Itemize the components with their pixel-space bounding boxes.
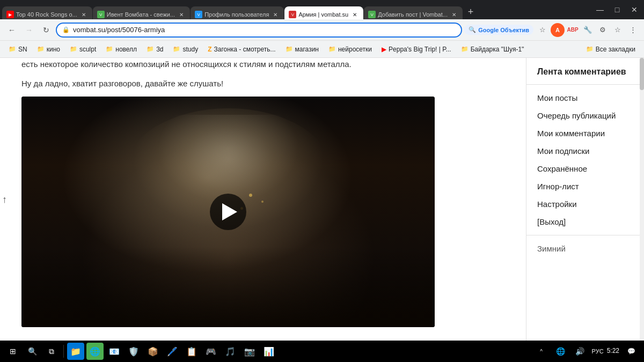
folder-icon-study: 📁 (173, 46, 180, 53)
tray-volume-icon[interactable]: 🔊 (572, 343, 589, 360)
address-input-wrap[interactable]: 🔒 (56, 23, 462, 38)
taskbar-app-explorer[interactable]: 📁 (67, 343, 84, 360)
sidebar-link-moi-posty[interactable]: Мои посты (526, 89, 644, 107)
sidebar-link-podpiski[interactable]: Мои подписки (526, 142, 644, 160)
extension-btn-3[interactable]: ☆ (611, 23, 625, 37)
bookmark-neuro[interactable]: 📁 нейросетки (324, 44, 376, 55)
notification-button[interactable]: 💬 (623, 343, 640, 360)
folder-icon: 📁 (9, 46, 16, 53)
tab-addpost[interactable]: V Добавить пост | Vombat... ✕ (364, 6, 463, 19)
bookmark-label-baidarka: Байдарка "Шуя-1" (471, 46, 524, 53)
forward-button[interactable]: → (21, 23, 36, 38)
google-lens-button[interactable]: 🔍 Google Объектив (464, 25, 533, 35)
bottom-shadow (21, 247, 435, 328)
taskbar-app-browser[interactable]: 🌐 (86, 343, 104, 360)
tab-close-4[interactable]: ✕ (350, 10, 359, 19)
close-button[interactable]: ✕ (627, 2, 642, 17)
taskbar-app-defender[interactable]: 🛡️ (125, 343, 142, 360)
task-view-button[interactable]: ⧉ (43, 343, 60, 360)
chrome-menu-button[interactable]: ⋮ (626, 23, 640, 37)
sidebar-link-nastroyki[interactable]: Настройки (526, 195, 644, 213)
tab-close-5[interactable]: ✕ (450, 10, 458, 19)
bookmark-all[interactable]: 📁 Все закладки (582, 44, 640, 55)
tab-armiya[interactable]: V Армия | vombat.su ✕ (284, 6, 363, 19)
tab-profile[interactable]: V Профиль пользователя ✕ (191, 6, 284, 19)
bookmark-3d[interactable]: 📁 3d (142, 44, 167, 55)
taskbar: ⊞ 🔍 ⧉ 📁 🌐 📧 🛡️ 📦 🖊️ 📋 🎮 🎵 📷 📊 ⚙ ^ 🌐 🔊 РУ… (0, 341, 644, 362)
play-button[interactable] (210, 194, 246, 230)
article-text-2: Ну да ладно, хватит разговоров, давайте … (21, 79, 223, 88)
bookmark-label-study: study (182, 46, 198, 53)
bookmark-baidarka[interactable]: 📁 Байдарка "Шуя-1" (457, 44, 529, 55)
scroll-up-button[interactable]: ↑ (2, 194, 7, 205)
tab-close-3[interactable]: ✕ (271, 10, 280, 19)
article-body: есть некоторое количество композиций не … (21, 58, 515, 90)
address-bar-actions: ☆ А АBP 🔧 ⚙ ☆ ⋮ (536, 23, 640, 37)
taskbar-app-music[interactable]: 🎵 (222, 343, 239, 360)
bookmark-kino[interactable]: 📁 кино (33, 44, 64, 55)
sidebar-link-ochered[interactable]: Очередь публикаций (526, 107, 644, 124)
taskbar-app-store[interactable]: 📦 (144, 343, 162, 360)
reload-button[interactable]: ↻ (39, 23, 54, 38)
taskbar-app-notes[interactable]: 📋 (183, 343, 200, 360)
tab-favicon-4: V (289, 11, 296, 18)
sidebar-link-logout[interactable]: [Выход] (526, 213, 644, 231)
taskbar-app-game[interactable]: 🎮 (202, 343, 219, 360)
google-lens-icon: 🔍 (469, 26, 476, 33)
taskbar-time[interactable]: 5:22 (607, 347, 619, 356)
sidebar-scrollbar-track[interactable] (640, 58, 644, 341)
extension-btn-1[interactable]: 🔧 (581, 23, 595, 37)
window-controls: — □ ✕ (592, 2, 642, 17)
bookmark-sculpt[interactable]: 📁 sculpt (65, 44, 100, 55)
search-button[interactable]: 🔍 (24, 343, 41, 360)
taskbar-app-mail[interactable]: 📧 (106, 343, 123, 360)
tab-close-2[interactable]: ✕ (177, 10, 186, 19)
article-paragraph-1: есть некоторое количество композиций не … (21, 58, 515, 71)
folder-icon-all: 📁 (586, 46, 594, 53)
system-tray: ^ 🌐 🔊 (533, 343, 589, 360)
address-input[interactable] (73, 26, 456, 34)
sidebar-link-sohranennoe[interactable]: Сохранённое (526, 160, 644, 178)
page-content: ↑ есть некоторое количество композиций н… (0, 58, 644, 341)
tray-network-icon[interactable]: 🌐 (552, 343, 569, 360)
bookmark-sn[interactable]: 📁 SN (4, 44, 32, 55)
extension-btn-2[interactable]: ⚙ (596, 23, 610, 37)
bookmark-zagoner[interactable]: Z Загонка - смотреть... (203, 44, 280, 55)
taskbar-app-photo[interactable]: 📷 (241, 343, 258, 360)
minimize-button[interactable]: — (592, 2, 608, 17)
start-button[interactable]: ⊞ (4, 343, 21, 360)
bookmark-study[interactable]: 📁 study (169, 44, 202, 55)
sidebar-link-kommentarii[interactable]: Мои комментарии (526, 124, 644, 142)
lock-icon: 🔒 (62, 26, 70, 33)
sidebar-link-ignor[interactable]: Игнор-лист (526, 178, 644, 195)
bookmark-label-sculpt: sculpt (79, 46, 96, 53)
profile-button[interactable]: А (551, 23, 565, 37)
folder-icon-sculpt: 📁 (70, 46, 77, 53)
tab-top40rock[interactable]: ▶ Top 40 Rock Songs o... ✕ (2, 6, 92, 19)
tab-favicon-2: V (97, 11, 105, 18)
play-icon (222, 203, 237, 220)
tray-expand-button[interactable]: ^ (533, 343, 550, 360)
taskbar-app-pen[interactable]: 🖊️ (164, 343, 181, 360)
taskbar-app-settings[interactable]: ⚙ (280, 343, 297, 360)
add-tab-button[interactable]: + (463, 4, 478, 19)
tab-ivent[interactable]: V Ивент Вомбата - свежи... ✕ (93, 6, 190, 19)
back-button[interactable]: ← (4, 23, 19, 38)
video-player[interactable] (21, 97, 435, 327)
bookmark-peppa[interactable]: ▶ Peppa's Big Trip! | P... (377, 44, 456, 55)
tab-favicon-1: ▶ (6, 11, 14, 18)
folder-icon-baidarka: 📁 (461, 46, 469, 53)
taskbar-separator-1 (63, 345, 64, 358)
main-article: ↑ есть некоторое количество композиций н… (0, 58, 526, 341)
bookmark-star-button[interactable]: ☆ (536, 23, 550, 37)
maximize-button[interactable]: □ (610, 2, 625, 17)
bookmark-magazin[interactable]: 📁 магазин (281, 44, 323, 55)
bookmark-label-zagoner: Загонка - смотреть... (214, 46, 276, 53)
taskbar-app-chart[interactable]: 📊 (260, 343, 277, 360)
bookmark-label-novel: новелл (115, 46, 137, 53)
bookmark-novel[interactable]: 📁 новелл (101, 44, 141, 55)
article-text-1: есть некоторое количество композиций не … (21, 60, 352, 69)
tab-close-1[interactable]: ✕ (79, 10, 88, 19)
abp-button[interactable]: АBP (566, 23, 580, 37)
sidebar-scrollbar-thumb[interactable] (640, 58, 644, 90)
